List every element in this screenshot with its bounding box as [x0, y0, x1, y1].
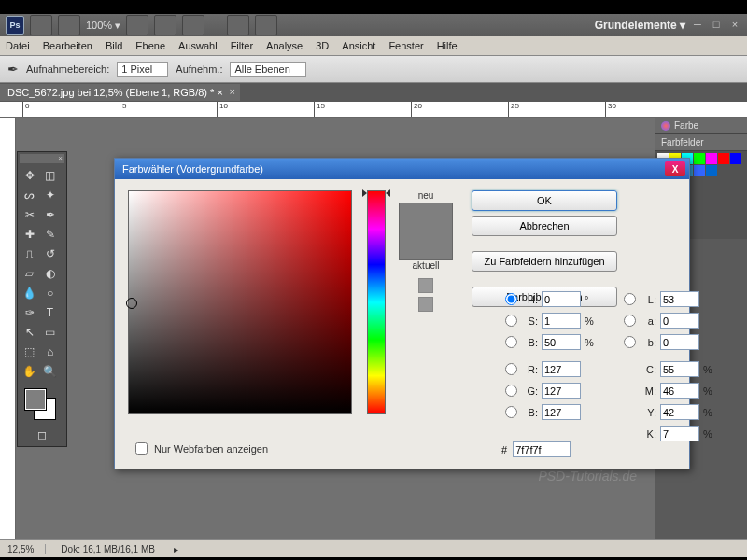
status-zoom[interactable]: 12,5%	[7, 544, 46, 554]
shape-tool[interactable]: ▭	[40, 323, 60, 342]
menu-analyse[interactable]: Analyse	[266, 40, 303, 51]
menu-3d[interactable]: 3D	[316, 40, 329, 51]
history-brush-tool[interactable]: ↺	[40, 245, 60, 263]
path-tool[interactable]: ↖	[20, 323, 39, 342]
eraser-tool[interactable]: ▱	[20, 264, 39, 283]
hue-pointer-icon	[386, 189, 390, 197]
radio-h[interactable]	[505, 293, 517, 305]
hand-tool[interactable]: ✋	[20, 362, 39, 381]
radio-r[interactable]	[505, 363, 517, 375]
type-tool[interactable]: T	[40, 303, 60, 322]
input-l[interactable]	[660, 291, 699, 307]
add-swatch-button[interactable]: Zu Farbfeldern hinzufügen	[472, 251, 617, 272]
titlebar: Ps 100% ▾ Grundelemente ▾ ─ □ ×	[0, 14, 747, 36]
dodge-tool[interactable]: ○	[40, 284, 60, 302]
foreground-color[interactable]	[25, 389, 46, 410]
menu-bild[interactable]: Bild	[106, 40, 122, 51]
radio-s[interactable]	[505, 315, 517, 327]
screen-mode-button[interactable]	[227, 15, 249, 35]
quickmask-tool[interactable]: ◻	[20, 426, 64, 444]
menu-bearbeiten[interactable]: Bearbeiten	[43, 40, 92, 51]
blur-tool[interactable]: 💧	[20, 284, 39, 302]
input-a[interactable]	[660, 313, 699, 329]
color-cursor[interactable]	[126, 298, 137, 309]
cancel-button[interactable]: Abbrechen	[472, 216, 617, 236]
status-docsize: Dok: 16,1 MB/16,1 MB	[61, 544, 155, 554]
radio-b[interactable]	[624, 336, 636, 348]
hand-tool-button[interactable]	[126, 15, 148, 35]
zoom-display[interactable]: 100% ▾	[86, 20, 120, 32]
radio-bl[interactable]	[505, 406, 517, 418]
menu-hilfe[interactable]: Hilfe	[437, 40, 458, 51]
pen-tool[interactable]: ✑	[20, 303, 39, 322]
close-icon[interactable]: ×	[728, 19, 741, 32]
input-bv[interactable]	[542, 334, 581, 350]
zoom-tool-button[interactable]	[154, 15, 176, 35]
unit: %	[703, 385, 714, 397]
brush-tool[interactable]: ✎	[40, 225, 60, 244]
radio-l[interactable]	[624, 293, 636, 305]
menu-fenster[interactable]: Fenster	[388, 40, 423, 51]
rotate-button[interactable]	[182, 15, 204, 35]
maximize-icon[interactable]: □	[710, 19, 723, 32]
input-hex[interactable]	[513, 441, 571, 457]
unit: %	[703, 428, 714, 440]
lasso-tool[interactable]: ᔕ	[20, 186, 39, 204]
radio-g[interactable]	[505, 385, 517, 397]
crop-tool[interactable]: ✂	[20, 205, 39, 224]
heal-tool[interactable]: ✚	[20, 225, 39, 244]
websafe-icon[interactable]	[418, 297, 433, 312]
menu-ansicht[interactable]: Ansicht	[342, 40, 375, 51]
cube-icon[interactable]	[418, 278, 433, 293]
input-c[interactable]	[660, 361, 699, 377]
eyedropper-tool[interactable]: ✒	[40, 205, 60, 224]
menu-datei[interactable]: Datei	[6, 40, 30, 51]
eyedropper-icon[interactable]: ✒	[7, 62, 19, 77]
web-colors-checkbox[interactable]: Nur Webfarben anzeigen	[132, 440, 268, 457]
input-b[interactable]	[660, 334, 699, 350]
ok-button[interactable]: OK	[472, 190, 617, 211]
gradient-tool[interactable]: ◐	[40, 264, 60, 283]
input-m[interactable]	[660, 383, 699, 399]
menu-ebene[interactable]: Ebene	[135, 40, 165, 51]
radio-bv[interactable]	[505, 336, 517, 348]
input-k[interactable]	[660, 426, 699, 441]
3d-camera-tool[interactable]: ⌂	[40, 343, 60, 361]
wand-tool[interactable]: ✦	[40, 186, 60, 204]
menu-auswahl[interactable]: Auswahl	[178, 40, 218, 51]
input-g[interactable]	[542, 383, 581, 399]
input-r[interactable]	[542, 361, 581, 377]
hue-slider[interactable]	[367, 190, 386, 414]
3d-tool[interactable]: ⬚	[20, 343, 39, 361]
sample-size-select[interactable]: 1 Pixel	[117, 62, 168, 77]
toolbox-header[interactable]: ×	[20, 154, 64, 163]
sample-layer-select[interactable]: Alle Ebenen	[230, 62, 305, 77]
checkbox-webonly[interactable]	[135, 442, 148, 455]
color-swatches[interactable]	[20, 385, 64, 425]
unit: %	[585, 315, 596, 327]
input-s[interactable]	[542, 313, 581, 329]
move-tool[interactable]: ✥	[20, 166, 39, 185]
current-color-swatch[interactable]	[400, 231, 452, 259]
marquee-tool[interactable]: ◫	[40, 166, 60, 185]
input-bl[interactable]	[542, 404, 581, 420]
palette-icon	[661, 121, 670, 131]
bridge-button[interactable]	[30, 15, 52, 35]
workspace-selector[interactable]: Grundelemente ▾	[595, 19, 685, 32]
dialog-titlebar[interactable]: Farbwähler (Vordergrundfarbe) X	[115, 159, 689, 179]
radio-a[interactable]	[624, 315, 636, 327]
panel-farbfelder[interactable]: Farbfelder	[655, 134, 747, 151]
saturation-field[interactable]	[128, 190, 352, 414]
panel-farbe[interactable]: Farbe	[655, 118, 747, 134]
input-y[interactable]	[660, 404, 699, 420]
layout-button[interactable]	[58, 15, 80, 35]
dialog-close-button[interactable]: X	[665, 161, 685, 176]
ruler-tick: 15	[314, 102, 325, 117]
zoom-tool[interactable]: 🔍	[40, 362, 60, 381]
input-h[interactable]	[542, 291, 581, 307]
minimize-icon[interactable]: ─	[691, 19, 704, 32]
arrange-button[interactable]	[255, 15, 277, 35]
menu-filter[interactable]: Filter	[231, 40, 253, 51]
document-tab[interactable]: DSC_5672.jpg bei 12,5% (Ebene 1, RGB/8) …	[0, 84, 240, 101]
stamp-tool[interactable]: ⎍	[20, 245, 39, 263]
